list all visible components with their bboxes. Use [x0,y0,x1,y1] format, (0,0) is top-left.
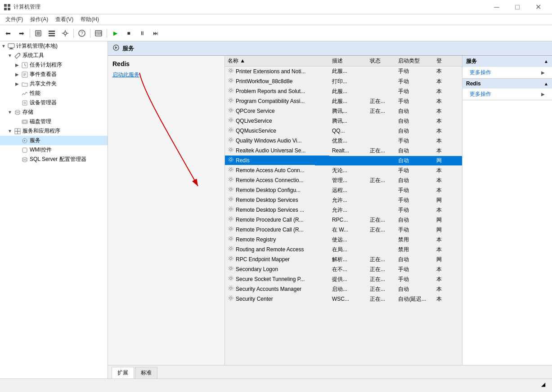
tree-services-apps[interactable]: ▼ 服务和应用程序 [0,126,108,136]
toolbar-show-hide[interactable] [45,27,58,40]
toolbar-back[interactable]: ⬅ [2,27,14,40]
tree-disk-mgmt[interactable]: 磁盘管理 [0,117,108,126]
table-row[interactable]: Remote Registry 使远... 禁用 本 [225,235,462,245]
toolbar-help[interactable]: ? [76,27,88,40]
tree-wmi[interactable]: WMI控件 [0,145,108,155]
col-header-startup[interactable]: 启动类型 [395,56,433,67]
table-row[interactable]: Quality Windows Audio Vi... 优质... 手动 本 [225,136,462,146]
table-row[interactable]: Remote Desktop Configu... 远程... 手动 本 [225,185,462,195]
table-row[interactable]: Problem Reports and Solut... 此服... 手动 本 [225,86,462,96]
toolbar-console[interactable]: ⌨ [92,27,105,40]
table-row[interactable]: Remote Procedure Call (R... RPC... 正在...… [225,215,462,225]
minimize-button[interactable]: ─ [486,0,507,14]
table-row[interactable]: Security Center WSC... 正在... 自动(延迟... 本 [225,294,462,304]
cell-status: 正在... [367,225,395,235]
menu-action[interactable]: 操作(A) [27,15,52,24]
table-row[interactable]: QQLiveService 腾讯... 自动 本 [225,116,462,126]
resize-grip[interactable]: ◢ [538,379,548,390]
cell-startup: 自动(延迟... [395,294,433,304]
cell-desc: 提供... [329,274,367,284]
tree-services[interactable]: 服务 [0,136,108,145]
table-row[interactable]: Remote Desktop Services ... 允许... 手动 本 [225,205,462,215]
action-section-redis-header[interactable]: Redis ▲ [462,79,552,89]
action-section-services-header[interactable]: 服务 ▲ [462,56,552,67]
tree-performance[interactable]: 性能 [0,89,108,98]
table-row[interactable]: Secure Socket Tunneling P... 提供... 正在...… [225,274,462,284]
table-row[interactable]: PrintWorkflow_88c8d8e 打印... 手动 本 [225,76,462,86]
cell-name: Redis [225,156,315,165]
svg-point-81 [230,228,232,230]
svg-point-70 [229,167,233,172]
table-row[interactable]: Remote Access Auto Conn... 无论... 手动 本 [225,165,462,175]
tree-event-viewer[interactable]: ▶ 事件查看器 [0,70,108,79]
table-row[interactable]: QQMusicService QQ... 自动 本 [225,126,462,136]
service-gear-icon [228,117,234,125]
col-header-status[interactable]: 状态 [367,56,395,67]
col-header-name[interactable]: 名称 ▲ [225,56,329,67]
tab-expand[interactable]: 扩展 [112,367,134,379]
table-row[interactable]: Program Compatibility Assi... 此服... 正在..… [225,96,462,106]
table-row[interactable]: Remote Access Connectio... 管理... 正在... 自… [225,175,462,185]
toolbar-forward[interactable]: ➡ [15,27,28,40]
table-row[interactable]: Routing and Remote Access 在局... 禁用 本 [225,245,462,254]
services-header-icon [112,44,120,53]
toolbar-play[interactable]: ▶ [109,27,121,40]
table-row[interactable]: Remote Desktop Services 允许... 手动 网 [225,195,462,205]
toolbar-up[interactable] [32,27,45,40]
service-gear-icon [228,236,234,243]
tree-sys-label: 系统工具 [22,52,44,59]
table-row[interactable]: Realtek Audio Universal Se... Realt... 正… [225,146,462,156]
maximize-button[interactable]: □ [507,0,528,14]
cell-name: Quality Windows Audio Vi... [225,136,315,146]
tree-shared-folders[interactable]: ▶ 共享文件夹 [0,79,108,89]
table-row[interactable]: QPCore Service 腾讯... 正在... 自动 本 [225,106,462,116]
toolbar-restart[interactable]: ⏭ [149,27,162,40]
cell-name: Remote Access Auto Conn... [225,165,315,175]
tab-standard[interactable]: 标准 [135,367,157,379]
tree-svcapp-label: 服务和应用程序 [22,127,60,135]
menu-view[interactable]: 查看(V) [52,15,77,24]
tree-task-scheduler[interactable]: ▶ 任务计划程序 [0,60,108,70]
menu-help[interactable]: 帮助(H) [77,15,103,24]
tree-root[interactable]: ▼ 计算机管理(本地) [0,41,108,51]
table-row[interactable]: Secondary Logon 在不... 正在... 手动 本 [225,264,462,274]
toolbar-stop[interactable]: ■ [122,27,135,40]
svg-point-64 [229,138,233,142]
svg-point-88 [229,256,233,261]
tree-storage[interactable]: ▼ 存储 [0,107,108,117]
action-more-redis[interactable]: 更多操作 ▶ [462,89,552,100]
tree-system-tools[interactable]: ▼ 系统工具 [0,51,108,60]
cell-startup: 自动 [395,254,433,264]
table-row[interactable]: Redis 自动 网 [225,156,462,165]
cell-name: RPC Endpoint Mapper [225,254,315,264]
col-header-desc[interactable]: 描述 [329,56,367,67]
services-header-title: 服务 [122,45,134,53]
svg-point-61 [230,129,232,131]
cell-status [367,195,395,205]
close-button[interactable]: ✕ [528,0,548,14]
start-service-link[interactable]: 启动此服务 [112,71,139,78]
svg-rect-0 [4,4,7,7]
svg-point-96 [229,296,233,300]
service-name-text: Routing and Remote Access [236,246,304,253]
table-row[interactable]: Printer Extensions and Noti... 此服... 手动 … [225,67,462,77]
toolbar-pause[interactable]: ⏸ [136,27,148,40]
svg-point-90 [229,266,233,271]
services-list[interactable]: 名称 ▲ 描述 状态 启动类型 登 Printer Extensi [225,56,462,365]
cell-status [367,205,395,215]
toolbar-options[interactable] [59,27,72,40]
tree-sql[interactable]: SQL Server 配置管理器 [0,155,108,164]
table-row[interactable]: Remote Procedure Call (R... 在 W... 正在...… [225,225,462,235]
table-row[interactable]: Security Accounts Manager 启动... 正在... 自动… [225,284,462,294]
action-more-services[interactable]: 更多操作 ▶ [462,67,552,78]
tree-device-manager[interactable]: 设备管理器 [0,98,108,107]
cell-name: Remote Desktop Services ... [225,205,315,215]
cell-status: 正在... [367,146,395,156]
table-row[interactable]: RPC Endpoint Mapper 解析... 正在... 自动 网 [225,254,462,264]
device-icon [21,99,28,107]
arrow-right-icon: ▶ [541,70,545,75]
col-header-login[interactable]: 登 [434,56,462,67]
action-section-services: 服务 ▲ 更多操作 ▶ [462,56,552,79]
service-name-text: Remote Desktop Configu... [236,187,301,193]
menu-file[interactable]: 文件(F) [2,15,27,24]
